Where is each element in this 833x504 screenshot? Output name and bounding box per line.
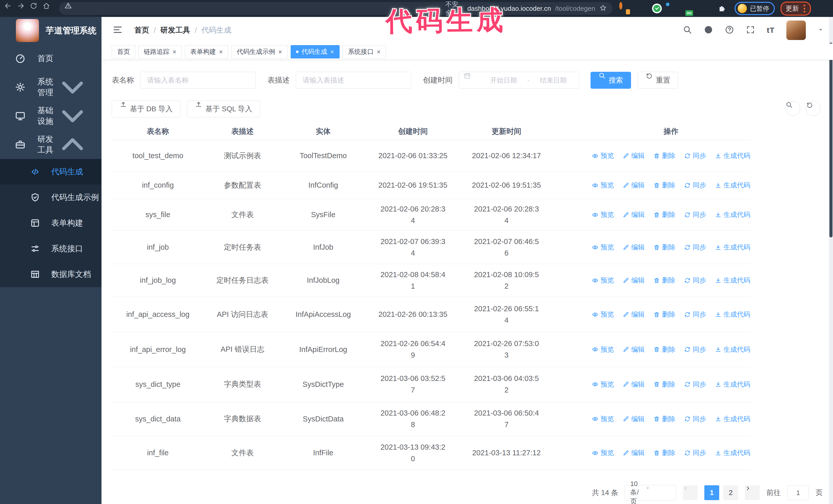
font-size-button[interactable]: tT (767, 26, 775, 34)
help-button[interactable] (725, 25, 734, 35)
action-sync-link[interactable]: 同步 (684, 414, 706, 424)
action-trash-link[interactable]: 删除 (653, 181, 675, 190)
action-download-link[interactable]: 生成代码 (715, 414, 750, 424)
browser-home-button[interactable] (43, 2, 55, 15)
action-sync-link[interactable]: 同步 (684, 243, 706, 252)
extension-icon-grid-drop[interactable] (668, 4, 678, 13)
action-trash-link[interactable]: 删除 (653, 151, 675, 160)
header-search-button[interactable] (683, 25, 692, 35)
toggle-search-button[interactable] (785, 101, 800, 116)
action-eye-link[interactable]: 预览 (592, 276, 614, 285)
import-db-button[interactable]: 基于 DB 导入 (112, 100, 181, 117)
action-download-link[interactable]: 生成代码 (715, 448, 750, 457)
tab-tracing[interactable]: 链路追踪× (138, 45, 182, 58)
tab-close-icon[interactable]: × (219, 48, 223, 55)
extension-icon-orange-ring[interactable] (619, 4, 629, 13)
goto-page-input[interactable] (787, 485, 809, 500)
action-pencil-link[interactable]: 编辑 (623, 181, 645, 190)
action-download-link[interactable]: 生成代码 (715, 380, 750, 389)
sidebar-subitem-codegen-example[interactable]: 代码生成示例 (0, 185, 101, 210)
action-eye-link[interactable]: 预览 (592, 414, 614, 424)
action-sync-link[interactable]: 同步 (684, 380, 706, 389)
sidebar-collapse-button[interactable] (112, 24, 123, 36)
action-sync-link[interactable]: 同步 (684, 310, 706, 319)
action-eye-link[interactable]: 预览 (592, 210, 614, 219)
tab-home[interactable]: 首页 (112, 45, 135, 58)
action-pencil-link[interactable]: 编辑 (623, 276, 645, 285)
extension-icon-blue-gem[interactable] (636, 4, 645, 13)
refresh-table-button[interactable] (806, 101, 821, 116)
action-eye-link[interactable]: 预览 (592, 181, 614, 190)
extension-icon-green-check[interactable] (652, 4, 662, 13)
tab-close-icon[interactable]: × (330, 48, 334, 55)
action-download-link[interactable]: 生成代码 (715, 276, 750, 285)
tab-system-api[interactable]: 系统接口× (343, 45, 386, 58)
next-page-button[interactable] (745, 485, 760, 500)
action-trash-link[interactable]: 删除 (653, 310, 675, 319)
sidebar-item-devtools[interactable]: 研发工具 (0, 130, 101, 159)
breadcrumb-devtools[interactable]: 研发工具 (161, 25, 190, 35)
table-name-input[interactable] (140, 72, 256, 89)
page-number-1[interactable]: 1 (704, 485, 719, 500)
action-eye-link[interactable]: 预览 (592, 243, 614, 252)
action-download-link[interactable]: 生成代码 (715, 310, 750, 319)
action-trash-link[interactable]: 删除 (653, 276, 675, 285)
action-eye-link[interactable]: 预览 (592, 345, 614, 354)
action-sync-link[interactable]: 同步 (684, 345, 706, 354)
reset-button[interactable]: 重置 (638, 72, 678, 89)
action-trash-link[interactable]: 删除 (653, 448, 675, 457)
action-pencil-link[interactable]: 编辑 (623, 151, 645, 160)
sidebar-subitem-system-api[interactable]: 系统接口 (0, 236, 101, 262)
action-pencil-link[interactable]: 编辑 (623, 243, 645, 252)
action-trash-link[interactable]: 删除 (653, 380, 675, 389)
browser-profile-chip[interactable]: 已暂停 (735, 2, 775, 15)
sidebar-subitem-db-doc[interactable]: 数据库文档 (0, 262, 101, 287)
sidebar-subitem-form-builder[interactable]: 表单构建 (0, 210, 101, 236)
action-pencil-link[interactable]: 编辑 (623, 310, 645, 319)
action-download-link[interactable]: 生成代码 (715, 345, 750, 354)
action-sync-link[interactable]: 同步 (684, 181, 706, 190)
github-link[interactable] (704, 25, 713, 35)
tab-codegen[interactable]: 代码生成× (291, 45, 340, 58)
browser-update-button[interactable]: 更新 (781, 2, 811, 16)
breadcrumb-home[interactable]: 首页 (134, 25, 149, 35)
action-pencil-link[interactable]: 编辑 (623, 345, 645, 354)
action-pencil-link[interactable]: 编辑 (623, 380, 645, 389)
action-download-link[interactable]: 生成代码 (715, 243, 750, 252)
import-sql-button[interactable]: 基于 SQL 导入 (187, 100, 260, 117)
table-desc-input[interactable] (296, 72, 411, 89)
date-range-picker[interactable]: - (459, 72, 579, 89)
action-download-link[interactable]: 生成代码 (715, 210, 750, 219)
bookmark-star-icon[interactable] (599, 4, 607, 13)
tab-codegen-example[interactable]: 代码生成示例× (231, 45, 287, 58)
address-bar[interactable]: 不安全 dashboard.yudao.iocoder.cn/tool/code… (59, 2, 613, 15)
action-pencil-link[interactable]: 编辑 (623, 448, 645, 457)
user-menu-caret-icon[interactable] (818, 27, 824, 34)
action-download-link[interactable]: 生成代码 (715, 151, 750, 160)
browser-reload-button[interactable] (30, 2, 43, 15)
prev-page-button[interactable] (683, 485, 698, 500)
action-trash-link[interactable]: 删除 (653, 243, 675, 252)
action-trash-link[interactable]: 删除 (653, 414, 675, 424)
user-avatar[interactable] (786, 21, 806, 40)
page-number-2[interactable]: 2 (723, 485, 738, 500)
extension-icon-green-plant[interactable] (701, 4, 711, 13)
action-download-link[interactable]: 生成代码 (715, 181, 750, 190)
action-sync-link[interactable]: 同步 (684, 448, 706, 457)
extensions-puzzle-icon[interactable] (718, 4, 728, 13)
browser-back-button[interactable] (4, 2, 17, 15)
action-pencil-link[interactable]: 编辑 (623, 414, 645, 424)
scrollbar-thumb[interactable] (829, 43, 832, 237)
action-eye-link[interactable]: 预览 (592, 448, 614, 457)
action-sync-link[interactable]: 同步 (684, 210, 706, 219)
fullscreen-button[interactable] (746, 25, 755, 35)
sidebar-logo-row[interactable]: 芋道管理系统 (0, 17, 101, 44)
action-sync-link[interactable]: 同步 (684, 151, 706, 160)
action-trash-link[interactable]: 删除 (653, 210, 675, 219)
action-trash-link[interactable]: 删除 (653, 345, 675, 354)
action-eye-link[interactable]: 预览 (592, 151, 614, 160)
action-sync-link[interactable]: 同步 (684, 276, 706, 285)
browser-menu-icon[interactable] (803, 4, 806, 13)
tab-form-builder[interactable]: 表单构建× (185, 45, 228, 58)
tab-close-icon[interactable]: × (172, 48, 176, 55)
